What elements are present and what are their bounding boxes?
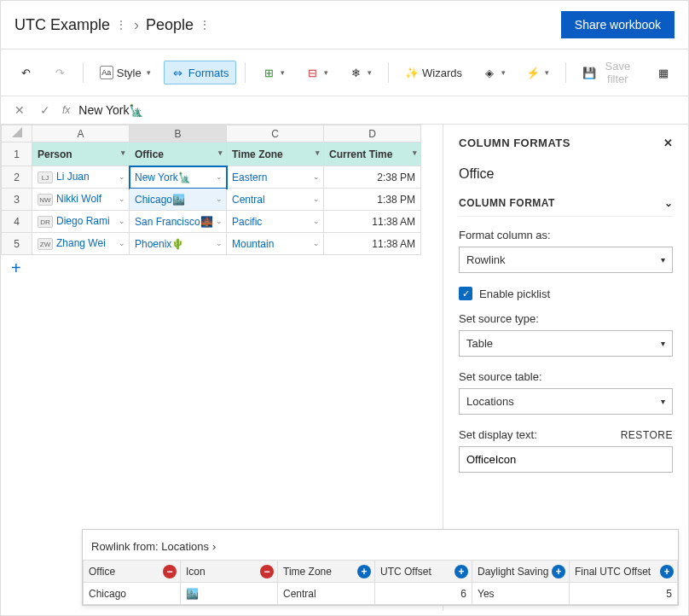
chevron-down-icon: ▾: [368, 68, 372, 77]
restore-button[interactable]: RESTORE: [621, 429, 673, 441]
add-col-icon[interactable]: +: [455, 565, 468, 578]
rowlink-cell[interactable]: 6: [375, 583, 472, 605]
chevron-down-icon[interactable]: ▾: [218, 148, 223, 157]
share-workbook-button[interactable]: Share workbook: [561, 11, 675, 38]
cell-office[interactable]: Chicago🏙️⌄: [130, 189, 227, 211]
remove-col-icon[interactable]: −: [260, 565, 274, 578]
rowlink-header-utc[interactable]: UTC Offset+: [375, 561, 472, 583]
cell-person[interactable]: ZWZhang Wei⌄: [32, 233, 130, 255]
cell-person[interactable]: LJLi Juan⌄: [32, 166, 130, 189]
chevron-down-icon[interactable]: ⌄: [119, 195, 125, 203]
row-num[interactable]: 2: [2, 166, 32, 189]
source-table-value: Locations: [466, 395, 514, 408]
add-col-icon[interactable]: +: [552, 565, 565, 578]
formats-label: Formats: [188, 67, 229, 79]
cell-time[interactable]: 2:38 PM: [324, 166, 421, 189]
cell-office[interactable]: San Francisco🌉⌄: [130, 211, 227, 233]
save-filter-button: 💾 Save filter: [575, 55, 644, 90]
format-as-select[interactable]: Rowlink ▾: [459, 247, 673, 273]
rowlink-cell[interactable]: Central: [278, 583, 375, 605]
cell-person[interactable]: NWNikki Wolf⌄: [32, 189, 130, 211]
delete-col-button[interactable]: ⊟▾: [298, 61, 336, 84]
close-panel-button[interactable]: ✕: [663, 137, 674, 149]
cell-office[interactable]: New York🗽⌄: [130, 166, 227, 189]
cell-text: Chicago🏙️: [135, 194, 185, 206]
chevron-down-icon[interactable]: ▾: [121, 148, 125, 157]
row-num[interactable]: 4: [2, 211, 32, 233]
rowlink-title[interactable]: Rowlink from: Locations ›: [83, 537, 678, 560]
add-row-button[interactable]: +: [1, 255, 443, 282]
cell-office[interactable]: Phoenix🌵⌄: [130, 233, 227, 255]
wizards-button[interactable]: ✨ Wizards: [397, 61, 470, 84]
rowlink-cell[interactable]: Yes: [472, 583, 570, 605]
chevron-down-icon[interactable]: ⌄: [119, 239, 125, 247]
formats-button[interactable]: ⇔ Formats: [164, 61, 237, 84]
cell-tz[interactable]: Mountain⌄: [227, 233, 324, 255]
field-header-office[interactable]: Office▾: [130, 142, 227, 166]
rowlink-header-futc[interactable]: Final UTC Offset+: [570, 561, 678, 583]
rowlink-header-office[interactable]: Office−: [84, 561, 181, 583]
row-num[interactable]: 3: [2, 189, 32, 211]
undo-button[interactable]: ↶: [11, 61, 40, 84]
automation-button[interactable]: ⚡▾: [518, 61, 557, 84]
cell-tz[interactable]: Pacific⌄: [227, 211, 324, 233]
style-button[interactable]: Aa Style ▾: [92, 61, 159, 84]
col-header-b[interactable]: B: [130, 125, 227, 142]
freeze-button[interactable]: ❄▾: [341, 61, 379, 84]
rowlink-cell[interactable]: 🏙️: [181, 583, 278, 605]
cell-person[interactable]: DRDiego Rami⌄: [32, 211, 130, 233]
row-num[interactable]: 1: [2, 142, 32, 166]
breadcrumb-sheet[interactable]: People ⋮: [146, 16, 211, 34]
field-header-person[interactable]: Person▾: [32, 142, 130, 166]
add-col-icon[interactable]: +: [660, 565, 674, 578]
chevron-down-icon[interactable]: ⌄: [313, 217, 320, 225]
cell-tz[interactable]: Eastern⌄: [227, 166, 324, 189]
chevron-down-icon[interactable]: ⌄: [313, 172, 320, 181]
avatar: DR: [38, 216, 53, 228]
field-header-currenttime[interactable]: Current Time▾: [324, 142, 421, 166]
breadcrumb-workbook[interactable]: UTC Example ⋮: [14, 16, 127, 34]
row-num[interactable]: 5: [2, 233, 32, 255]
col-header-c[interactable]: C: [227, 125, 324, 142]
insert-col-button[interactable]: ⊞▾: [254, 61, 292, 84]
cell-tz[interactable]: Central⌄: [227, 189, 324, 211]
add-col-icon[interactable]: +: [357, 565, 371, 578]
chevron-down-icon[interactable]: ⌄: [313, 239, 320, 247]
confirm-edit-button[interactable]: ✓: [37, 102, 54, 119]
cell-time[interactable]: 1:38 PM: [324, 189, 421, 211]
cancel-edit-button[interactable]: ✕: [11, 102, 28, 119]
chevron-down-icon[interactable]: ⌄: [216, 172, 223, 181]
field-header-timezone[interactable]: Time Zone▾: [227, 142, 324, 166]
layers-button[interactable]: ◈▾: [475, 61, 513, 84]
enable-picklist-checkbox[interactable]: ✓ Enable picklist: [459, 287, 673, 300]
rowlink-header-icon[interactable]: Icon−: [181, 561, 278, 583]
col-header-d[interactable]: D: [324, 125, 421, 142]
chevron-down-icon[interactable]: ⌄: [119, 172, 125, 181]
source-table-select[interactable]: Locations ▾: [459, 388, 673, 415]
chevron-down-icon[interactable]: ⌄: [216, 195, 223, 203]
rowlink-header-tz[interactable]: Time Zone+: [278, 561, 375, 583]
remove-col-icon[interactable]: −: [163, 565, 177, 578]
cell-time[interactable]: 11:38 AM: [324, 233, 421, 255]
chevron-down-icon[interactable]: ⌄: [313, 195, 320, 203]
select-all-corner[interactable]: [2, 125, 32, 142]
formula-value[interactable]: New York🗽: [78, 103, 143, 117]
rowlink-header-dst[interactable]: Daylight Saving+: [472, 561, 570, 583]
display-text-label: Set display text:: [459, 428, 537, 441]
drag-handle-icon[interactable]: ⋮: [115, 18, 127, 32]
grid-view-button[interactable]: ▦: [649, 61, 678, 84]
chevron-down-icon[interactable]: ⌄: [216, 217, 223, 225]
chevron-down-icon[interactable]: ⌄: [119, 217, 125, 225]
rowlink-cell[interactable]: 5: [570, 583, 678, 605]
cell-time[interactable]: 11:38 AM: [324, 211, 421, 233]
col-header-a[interactable]: A: [32, 125, 130, 142]
display-text-input[interactable]: [459, 446, 673, 473]
rowlink-cell[interactable]: Chicago: [84, 583, 181, 605]
chevron-down-icon[interactable]: ▾: [413, 148, 417, 157]
redo-button[interactable]: ↷: [45, 61, 74, 84]
collapse-section-button[interactable]: ⌄: [664, 197, 674, 209]
drag-handle-icon[interactable]: ⋮: [199, 18, 211, 32]
chevron-down-icon[interactable]: ⌄: [216, 239, 223, 247]
source-type-select[interactable]: Table ▾: [459, 330, 673, 357]
chevron-down-icon[interactable]: ▾: [316, 148, 320, 157]
